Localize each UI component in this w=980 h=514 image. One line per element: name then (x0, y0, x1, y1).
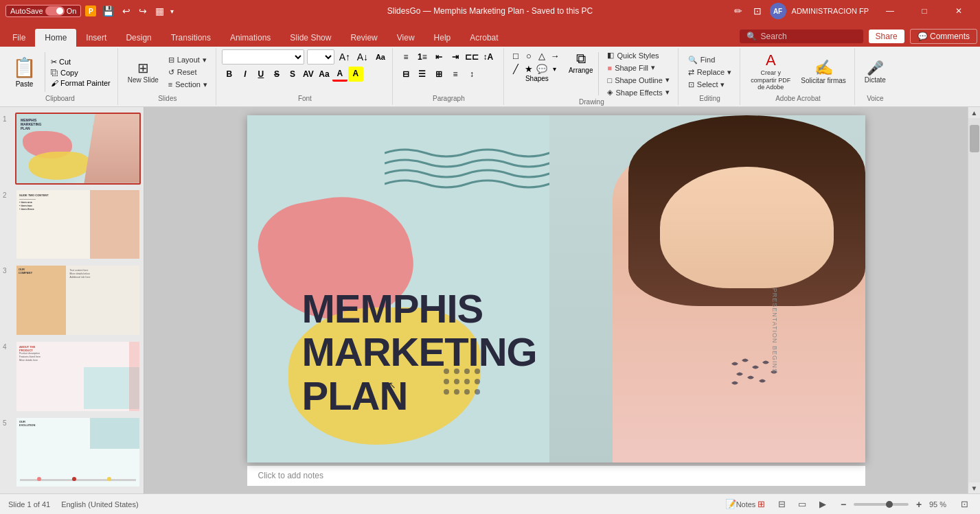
dictate-button[interactable]: 🎤 Dictate (861, 59, 890, 86)
highlight-color-button[interactable]: A (348, 67, 363, 82)
reading-view-button[interactable]: ▭ (795, 497, 810, 512)
scroll-up-arrow[interactable]: ▲ (969, 107, 980, 118)
shape-effects-button[interactable]: ◈ Shape Effects ▾ (603, 86, 673, 98)
arrange-button[interactable]: ⧉ Arrange (567, 49, 595, 75)
line-spacing-button[interactable]: ↕ (464, 67, 479, 82)
scroll-down-arrow[interactable]: ▼ (969, 482, 980, 493)
slide-item-6[interactable]: 6 SLIDE SIX (3, 492, 141, 493)
text-direction-button[interactable]: ↕A (481, 49, 496, 65)
autosave-toggle[interactable] (45, 6, 65, 16)
numbering-button[interactable]: 1≡ (415, 49, 430, 65)
close-button[interactable]: ✕ (943, 0, 975, 22)
replace-button[interactable]: ⇄ Replace ▾ (684, 67, 736, 78)
decrease-indent-button[interactable]: ⇤ (431, 49, 446, 65)
search-input[interactable] (761, 32, 857, 41)
shape-fill-button[interactable]: ■ Shape Fill ▾ (603, 62, 673, 73)
slide-thumb-6[interactable]: SLIDE SIX (15, 492, 141, 493)
request-signatures-button[interactable]: ✍ Solicitar firmas (797, 58, 850, 86)
slide-item-3[interactable]: 3 OURCOMPANY Text content hereMore detai… (3, 264, 141, 336)
notes-button[interactable]: 📝 Notes (733, 497, 748, 512)
slide-item-5[interactable]: 5 OUREVOLUTION (3, 417, 141, 489)
zoom-out-button[interactable]: − (836, 497, 851, 512)
shadow-button[interactable]: S (285, 67, 300, 82)
search-bar[interactable]: 🔍 (740, 30, 863, 43)
bullets-button[interactable]: ≡ (398, 49, 413, 65)
share-button[interactable]: Share (869, 30, 904, 43)
autosave-button[interactable]: AutoSave On (5, 5, 81, 17)
quick-styles-button[interactable]: ◧ Quick Styles (603, 49, 673, 61)
zoom-in-button[interactable]: + (911, 497, 926, 512)
find-button[interactable]: 🔍 Find (684, 54, 736, 66)
copy-button[interactable]: ⿻ Copy (48, 68, 113, 78)
char-spacing-button[interactable]: AV (301, 67, 316, 82)
shapes-button[interactable]: □ ○ △ → ╱ ★ 💬 ▾ Shapes (510, 49, 565, 82)
slide-thumb-2[interactable]: SLIDE TWO CONTENT——————• item one• item … (15, 189, 141, 261)
save-button[interactable]: 💾 (100, 5, 116, 16)
fit-button[interactable]: ⊡ (957, 497, 972, 512)
bold-button[interactable]: B (222, 67, 237, 82)
paste-button[interactable]: 📋 Paste (7, 54, 42, 91)
slide-sorter-button[interactable]: ⊟ (774, 497, 789, 512)
slide-thumb-5[interactable]: OUREVOLUTION (15, 417, 141, 489)
section-button[interactable]: ≡ Section ▾ (164, 79, 212, 91)
align-right-button[interactable]: ⊞ (431, 67, 446, 82)
tab-acrobat[interactable]: Acrobat (460, 29, 508, 47)
tab-help[interactable]: Help (424, 29, 461, 47)
font-size-selector[interactable] (307, 49, 334, 65)
create-pdf-button[interactable]: A Crear y compartir PDF de Adobe (746, 51, 795, 93)
slide-item-2[interactable]: 2 SLIDE TWO CONTENT——————• item one• ite… (3, 189, 141, 261)
user-avatar[interactable]: AF (770, 3, 786, 19)
font-name-selector[interactable] (222, 49, 304, 65)
shape-outline-button[interactable]: □ Shape Outline ▾ (603, 74, 673, 86)
zoom-slider[interactable] (854, 503, 909, 506)
scroll-track[interactable] (968, 118, 980, 482)
slide-thumb-4[interactable]: ABOUT THEPRODUCT Product descriptionFeat… (15, 340, 141, 412)
tab-view[interactable]: View (387, 29, 424, 47)
strikethrough-button[interactable]: S (269, 67, 284, 82)
tab-review[interactable]: Review (341, 29, 387, 47)
reset-button[interactable]: ↺ Reset (164, 67, 212, 78)
notes-bar[interactable]: Click to add notes (247, 465, 865, 486)
select-button[interactable]: ⊡ Select ▾ (684, 79, 736, 91)
comments-button[interactable]: 💬 Comments (910, 29, 977, 44)
format-painter-button[interactable]: 🖌 Format Painter (48, 78, 113, 88)
tab-design[interactable]: Design (116, 29, 161, 47)
redo-button[interactable]: ↪ (137, 5, 149, 16)
columns-button[interactable]: ⊏⊏ (464, 49, 479, 65)
tab-slide-show[interactable]: Slide Show (280, 29, 341, 47)
restore-button[interactable]: □ (909, 0, 940, 22)
increase-indent-button[interactable]: ⇥ (448, 49, 463, 65)
font-color-button[interactable]: A (332, 67, 347, 82)
shape-more[interactable]: ▾ (549, 62, 561, 75)
pen-icon[interactable]: ✏ (731, 5, 745, 16)
align-center-button[interactable]: ☰ (415, 67, 430, 82)
underline-button[interactable]: U (253, 67, 269, 82)
slide-item-4[interactable]: 4 ABOUT THEPRODUCT Product descriptionFe… (3, 340, 141, 412)
display-settings-icon[interactable]: ⊡ (751, 5, 764, 16)
undo-button[interactable]: ↩ (120, 5, 133, 16)
tab-animations[interactable]: Animations (220, 29, 280, 47)
slide-canvas[interactable]: MEMPHIS MARKETING PLAN (247, 115, 865, 463)
slide-thumb-1[interactable]: MEMPHISMARKETINGPLAN (15, 113, 141, 185)
quick-access-dropdown[interactable]: ▾ (170, 8, 174, 15)
clear-format-button[interactable]: Aa (373, 49, 388, 65)
slide-thumb-3[interactable]: OURCOMPANY Text content hereMore details… (15, 264, 141, 336)
minimize-button[interactable]: — (874, 0, 906, 22)
normal-view-button[interactable]: ⊞ (753, 497, 768, 512)
align-left-button[interactable]: ⊟ (398, 67, 413, 82)
justify-button[interactable]: ≡ (448, 67, 463, 82)
layout-button[interactable]: ⊟ Layout ▾ (164, 54, 212, 66)
vertical-scrollbar[interactable]: ▲ ▼ (968, 107, 980, 493)
slide-item-1[interactable]: 1 MEMPHISMARKETINGPLAN (3, 113, 141, 185)
new-slide-button[interactable]: ⊞ New Slide (124, 59, 163, 86)
italic-button[interactable]: I (238, 67, 253, 82)
scroll-thumb[interactable] (970, 125, 979, 152)
decrease-font-button[interactable]: A↓ (355, 49, 370, 65)
tab-insert[interactable]: Insert (76, 29, 116, 47)
slideshow-button[interactable]: ▶ (815, 497, 830, 512)
presentation-view-button[interactable]: ▦ (153, 5, 166, 16)
tab-file[interactable]: File (3, 29, 35, 47)
case-button[interactable]: Aa (317, 67, 332, 82)
tab-transitions[interactable]: Transitions (161, 29, 220, 47)
cut-button[interactable]: ✂ Cut (48, 57, 113, 67)
